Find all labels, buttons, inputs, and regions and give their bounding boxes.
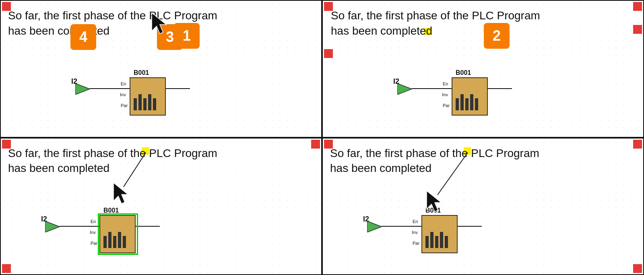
svg-rect-2 bbox=[134, 98, 137, 110]
badge-2: 2 bbox=[484, 23, 510, 49]
svg-rect-12 bbox=[475, 98, 478, 110]
svg-marker-7 bbox=[397, 83, 412, 95]
input-triangle-q2 bbox=[397, 83, 413, 95]
port-inv-q1: Inv bbox=[120, 92, 126, 97]
red-square-q2-mr bbox=[633, 25, 642, 34]
svg-rect-8 bbox=[456, 98, 459, 110]
h-line-q4 bbox=[382, 226, 428, 227]
plc-bars-q4 bbox=[425, 228, 453, 250]
main-grid: So far, the first phase of the PLC Progr… bbox=[0, 0, 644, 275]
plc-block-q1: En Inv Par bbox=[130, 77, 166, 116]
port-en-q1: En bbox=[121, 81, 126, 86]
svg-marker-23 bbox=[367, 221, 382, 232]
out-line-q2 bbox=[488, 88, 512, 89]
svg-rect-4 bbox=[143, 98, 147, 110]
out-line-q4 bbox=[458, 226, 482, 227]
quadrant-1: So far, the first phase of the PLC Progr… bbox=[0, 0, 322, 138]
svg-rect-5 bbox=[148, 94, 151, 110]
svg-marker-1 bbox=[75, 83, 90, 95]
red-square-q4-br bbox=[633, 264, 642, 273]
red-square-q4-tr bbox=[633, 140, 642, 149]
block-label-q2: B001 bbox=[456, 69, 471, 77]
svg-rect-28 bbox=[445, 236, 448, 248]
svg-rect-26 bbox=[435, 236, 438, 248]
line2-q3: has been completed bbox=[8, 162, 109, 174]
out-line-q1 bbox=[166, 88, 190, 89]
svg-rect-10 bbox=[465, 98, 469, 110]
plc-block-q4: En Inv Par bbox=[421, 215, 458, 253]
line1-q2: So far, the first phase of the PLC Progr… bbox=[331, 9, 540, 22]
line2-q2: has been completed bbox=[331, 25, 432, 37]
block-label-q1: B001 bbox=[134, 69, 149, 77]
red-square-q3-tr bbox=[311, 140, 320, 149]
text-block-q4: So far, the first phase of the PLC Progr… bbox=[330, 146, 539, 176]
port-par-q1: Par bbox=[121, 103, 128, 108]
red-square-q2-tr bbox=[633, 2, 642, 11]
svg-rect-9 bbox=[460, 94, 464, 110]
plc-bars-q2 bbox=[455, 90, 483, 112]
svg-rect-3 bbox=[138, 94, 142, 110]
green-outline-q3 bbox=[98, 213, 138, 255]
svg-rect-11 bbox=[470, 94, 473, 110]
svg-marker-14 bbox=[114, 183, 128, 204]
input-triangle-q3 bbox=[45, 221, 61, 232]
quadrant-2: So far, the first phase of the PLC Progr… bbox=[322, 0, 644, 138]
red-square-q2-ml bbox=[324, 49, 333, 58]
line1-q3: So far, the first phase of the PLC Progr… bbox=[8, 147, 217, 159]
cursor-arrow-q3 bbox=[109, 179, 138, 207]
svg-rect-25 bbox=[430, 232, 433, 248]
cursor-arrow-q1 bbox=[148, 9, 180, 41]
svg-marker-0 bbox=[152, 13, 166, 34]
out-line-q3 bbox=[136, 226, 160, 227]
h-line-q2 bbox=[412, 88, 458, 89]
svg-rect-6 bbox=[153, 98, 156, 110]
svg-marker-15 bbox=[45, 221, 60, 232]
svg-rect-24 bbox=[425, 236, 429, 248]
line1-q4: So far, the first phase of the PLC Progr… bbox=[330, 147, 539, 159]
cursor-arrow-q4 bbox=[423, 187, 451, 215]
red-square-q3-bl bbox=[2, 264, 11, 273]
line2-q4: has been completed bbox=[330, 162, 431, 174]
h-line-q1 bbox=[90, 88, 136, 89]
svg-rect-27 bbox=[440, 232, 443, 248]
plc-block-q2: En Inv Par bbox=[452, 77, 488, 116]
input-triangle-q1 bbox=[75, 83, 91, 95]
line1-q1: So far, the first phase of the PLC Progr… bbox=[8, 9, 217, 22]
quadrant-3: So far, the first phase of the PLC Progr… bbox=[0, 138, 322, 275]
quadrant-4: So far, the first phase of the PLC Progr… bbox=[322, 138, 644, 275]
input-triangle-q4 bbox=[367, 221, 383, 232]
svg-marker-22 bbox=[427, 191, 441, 212]
text-block-q3: So far, the first phase of the PLC Progr… bbox=[8, 146, 217, 176]
plc-bars-q1 bbox=[133, 90, 161, 112]
